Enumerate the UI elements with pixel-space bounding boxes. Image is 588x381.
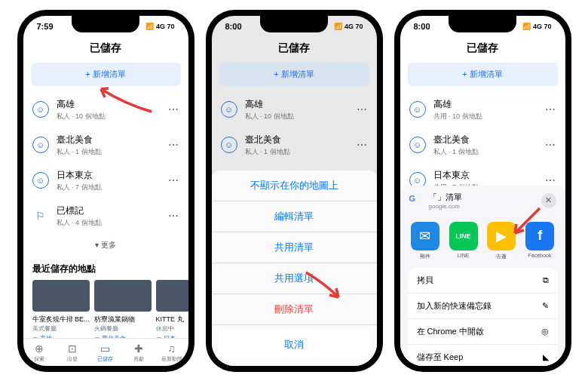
list-item[interactable]: ☺臺北美食私人 · 1 個地點⋯	[400, 128, 565, 163]
screen: 8:00 📶 4G 70 已儲存 + 新增清單 ☺高雄共用 · 10 個地點⋯ …	[400, 16, 565, 366]
share-header: G 「」清單google.com ✕	[400, 192, 565, 217]
status-right: 📶 4G 70	[522, 23, 552, 30]
action-keep[interactable]: 儲存至 Keep◣	[408, 345, 558, 366]
action-quicknote[interactable]: 加入新的快速備忘錄✎	[408, 293, 558, 319]
app-mail[interactable]: ✉郵件	[411, 222, 439, 260]
place-card[interactable]: 牛室炙燒牛排 BE...美式餐廳▭ 高雄	[32, 280, 90, 338]
more-icon[interactable]: ⋯	[168, 174, 179, 186]
keep-icon: ◣	[543, 352, 549, 362]
more-icon[interactable]: ⋯	[168, 103, 179, 115]
tab-go[interactable]: ⊡出發	[56, 339, 89, 366]
action-copy[interactable]: 拷貝⧉	[408, 268, 558, 293]
time: 7:59	[37, 22, 54, 31]
action-chrome[interactable]: 在 Chrome 中開啟◎	[408, 319, 558, 345]
sheet-cancel[interactable]: 取消	[218, 330, 371, 360]
saved-icon: ▭	[89, 343, 122, 355]
smile-icon: ☺	[409, 137, 426, 153]
go-icon: ⊡	[56, 343, 89, 355]
smile-icon: ☺	[32, 137, 49, 153]
status-right: 📶 4G 70	[145, 23, 175, 30]
expand-more[interactable]: ▾ 更多	[23, 234, 188, 257]
smile-icon: ☺	[32, 172, 49, 189]
action-sheet: 不顯示在你的地圖上 編輯清單 共用清單 共用選項 刪除清單 取消	[212, 171, 377, 366]
list-item[interactable]: ☺ 臺北美食私人 · 1 個地點 ⋯	[23, 128, 188, 163]
screen: 7:59 📶 4G 70 已儲存 + 新增清單 ☺ 高雄私人 · 10 個地點 …	[23, 16, 188, 366]
tab-explore[interactable]: ⊕探索	[23, 339, 57, 366]
mail-icon: ✉	[411, 222, 439, 250]
qutrip-icon: ▶	[487, 222, 516, 250]
app-facebook[interactable]: fFacebook	[525, 222, 554, 260]
sheet-share-options[interactable]: 共用選項	[212, 263, 377, 294]
more-icon[interactable]: ⋯	[545, 174, 556, 186]
recent-cards: 牛室炙燒牛排 BE...美式餐廳▭ 高雄 枋寮漁業鍋物火鍋餐廳▭ 臺北美食 KI…	[23, 280, 188, 338]
phone-2: 8:00 📶 4G 70 已儲存 + 新增清單 ☺高雄私人 · 10 個地點⋯ …	[206, 10, 383, 372]
tab-bar: ⊕探索 ⊡出發 ▭已儲存 ✚貢獻 ♫最新動態	[23, 338, 188, 366]
app-qutrip[interactable]: ▶去趣	[487, 222, 516, 260]
note-icon: ✎	[542, 301, 549, 311]
list-item[interactable]: ☺臺北美食私人 · 1 個地點⋯	[212, 128, 377, 163]
more-icon[interactable]: ⋯	[168, 210, 179, 222]
list-item[interactable]: ☺ 日本東京私人 · 7 個地點 ⋯	[23, 163, 188, 198]
list-item[interactable]: ☺高雄私人 · 10 個地點⋯	[212, 92, 377, 128]
page-title: 已儲存	[23, 37, 188, 63]
contribute-icon: ✚	[122, 343, 155, 355]
share-sheet: G 「」清單google.com ✕ ✉郵件 LINELINE ▶去趣 fFac…	[400, 186, 565, 366]
screen: 8:00 📶 4G 70 已儲存 + 新增清單 ☺高雄私人 · 10 個地點⋯ …	[212, 16, 377, 366]
line-icon: LINE	[449, 222, 478, 250]
notch	[72, 16, 139, 32]
close-icon[interactable]: ✕	[541, 193, 556, 208]
add-list-button[interactable]: + 新增清單	[31, 63, 181, 86]
more-icon[interactable]: ⋯	[545, 103, 556, 115]
app-line[interactable]: LINELINE	[449, 222, 478, 260]
phone-3: 8:00 📶 4G 70 已儲存 + 新增清單 ☺高雄共用 · 10 個地點⋯ …	[394, 10, 571, 372]
tab-saved[interactable]: ▭已儲存	[89, 339, 122, 366]
tab-updates[interactable]: ♫最新動態	[155, 339, 188, 366]
list-item[interactable]: ☺ 高雄私人 · 10 個地點 ⋯	[23, 92, 188, 128]
more-icon[interactable]: ⋯	[357, 139, 368, 151]
smile-icon: ☺	[221, 137, 237, 153]
saved-lists: ☺ 高雄私人 · 10 個地點 ⋯ ☺ 臺北美食私人 · 1 個地點 ⋯ ☺ 日…	[23, 92, 188, 338]
add-list-button[interactable]: + 新增清單	[219, 63, 369, 86]
more-icon[interactable]: ⋯	[168, 139, 179, 151]
list-item[interactable]: ☺高雄共用 · 10 個地點⋯	[400, 92, 565, 128]
chrome-icon: ◎	[541, 327, 549, 336]
share-actions: 拷貝⧉ 加入新的快速備忘錄✎ 在 Chrome 中開啟◎ 儲存至 Keep◣ 儲…	[408, 268, 558, 366]
status-right: 📶 4G 70	[334, 23, 363, 30]
more-icon[interactable]: ⋯	[357, 103, 368, 115]
phone-1: 7:59 📶 4G 70 已儲存 + 新增清單 ☺ 高雄私人 · 10 個地點 …	[17, 10, 194, 372]
facebook-icon: f	[525, 222, 554, 250]
sheet-hide-map[interactable]: 不顯示在你的地圖上	[212, 171, 377, 201]
notch	[449, 16, 516, 32]
section-header: 最近儲存的地點	[23, 257, 188, 280]
updates-icon: ♫	[155, 343, 188, 355]
share-apps: ✉郵件 LINELINE ▶去趣 fFacebook	[400, 217, 565, 268]
sheet-share-list[interactable]: 共用清單	[212, 232, 377, 263]
tab-contribute[interactable]: ✚貢獻	[122, 339, 155, 366]
place-card[interactable]: 枋寮漁業鍋物火鍋餐廳▭ 臺北美食	[94, 280, 152, 338]
smile-icon: ☺	[32, 101, 49, 118]
explore-icon: ⊕	[23, 343, 57, 355]
smile-icon: ☺	[221, 101, 237, 118]
more-icon[interactable]: ⋯	[545, 139, 556, 151]
flag-icon: ⚐	[32, 207, 49, 224]
sheet-delete[interactable]: 刪除清單	[212, 294, 377, 325]
sheet-edit[interactable]: 編輯清單	[212, 201, 377, 232]
page-title: 已儲存	[400, 37, 565, 63]
time: 8:00	[414, 22, 430, 31]
notch	[260, 16, 328, 32]
google-icon: G	[409, 194, 423, 207]
add-list-button[interactable]: + 新增清單	[408, 63, 558, 86]
smile-icon: ☺	[409, 101, 426, 118]
time: 8:00	[225, 22, 242, 31]
copy-icon: ⧉	[543, 275, 549, 285]
list-item[interactable]: ⚐ 已標記私人 · 4 個地點 ⋯	[23, 198, 188, 234]
place-card[interactable]: KITTE 丸休息中▭ 日本	[156, 280, 188, 338]
page-title: 已儲存	[212, 37, 377, 63]
